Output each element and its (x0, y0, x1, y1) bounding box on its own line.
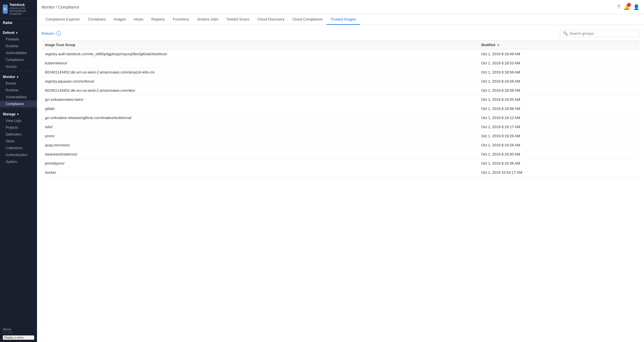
table-header: Image Trust Group Modified ⇅ (42, 41, 639, 50)
content-area: Relearn i 🔍 Image Trust Group Modified ⇅… (37, 25, 644, 342)
display-menu-label[interactable]: Display a menu (3, 335, 34, 340)
table-row[interactable]: kubernetesui/Oct 1, 2019 8:18:53 AM (42, 59, 639, 68)
user-icon[interactable]: 👤 (633, 4, 639, 10)
table-row[interactable]: gitlab/Oct 1, 2019 8:19:08 AM (42, 104, 639, 113)
sidebar-item-firewalls[interactable]: Firewalls (0, 36, 37, 43)
cell-group: 602401143452.dkr.ecr.us-west-2.amazonaws… (42, 86, 478, 95)
relearn-button[interactable]: Relearn (42, 31, 55, 36)
table-row[interactable]: istio/Oct 1, 2019 8:19:17 AM (42, 122, 639, 132)
notification-badge (627, 3, 631, 7)
sidebar-item-projects[interactable]: Projects (0, 124, 37, 131)
manage-label: Manage (3, 112, 16, 116)
notification-icon[interactable]: 🔔 (624, 4, 630, 10)
table-row[interactable]: prom/Oct 1, 2019 8:19:26 AM (42, 132, 639, 141)
nav-divider-1 (0, 27, 37, 27)
table-row[interactable]: weaveworksdemos/Oct 1, 2019 8:19:30 AM (42, 150, 639, 159)
cell-group: weaveworksdemos/ (42, 150, 478, 159)
search-box: 🔍 (560, 30, 639, 37)
sidebar-item-alerts[interactable]: Alerts (0, 138, 37, 145)
nav-monitor[interactable]: Monitor ▾ (0, 73, 37, 80)
tab-registry[interactable]: Registry (147, 14, 169, 25)
cell-modified: Oct 1, 2019 8:19:36 AM (478, 159, 639, 168)
tab-cloud-compliance[interactable]: Cloud Compliance (288, 14, 327, 25)
table-row[interactable]: registry-auth.twistlock.com/tw_x8l90pIlg… (42, 50, 639, 59)
monitor-label: Monitor (3, 75, 15, 79)
cell-modified: Oct 1, 2019 8:19:30 AM (478, 150, 639, 159)
nav-manage[interactable]: Manage ▾ (0, 110, 37, 117)
table-row[interactable]: jimmidyson/Oct 1, 2019 8:19:36 AM (42, 159, 639, 168)
sidebar-item-compliance-defend[interactable]: Compliance (0, 56, 37, 63)
cell-group: jimmidyson/ (42, 159, 478, 168)
cell-modified: Oct 1, 2019 8:19:12 AM (478, 113, 639, 122)
cell-group: 602401143452.dkr.ecr.us-west-2.amazonaws… (42, 68, 478, 77)
monitor-chevron-icon: ▾ (17, 75, 18, 79)
table-row[interactable]: gcr.io/kubernetes-helm/Oct 1, 2019 8:19:… (42, 95, 639, 104)
sidebar-item-view-logs[interactable]: View Logs (0, 117, 37, 124)
nav-radar[interactable]: Radar (0, 19, 37, 26)
cell-modified: Oct 1, 2019 8:19:17 AM (478, 122, 639, 132)
sidebar-item-collections[interactable]: Collections (0, 145, 37, 151)
sidebar-item-compliance-monitor[interactable]: Compliance (0, 101, 37, 107)
radar-label: Radar (3, 21, 13, 25)
sidebar-item-vulnerabilities-monitor[interactable]: Vulnerabilities (0, 94, 37, 101)
search-input[interactable] (569, 31, 636, 36)
help-icon[interactable]: ? (617, 4, 620, 10)
topbar-right: ? 🔔 👤 (617, 4, 639, 10)
sidebar-item-vulnerabilities-defend[interactable]: Vulnerabilities (0, 50, 37, 56)
relearn-info-icon[interactable]: i (56, 31, 61, 36)
cell-modified: Oct 1, 2019 8:19:26 AM (478, 132, 639, 141)
cell-group: istio/ (42, 122, 478, 132)
nav-defend-section: Defend ▾ Firewalls Runtime Vulnerabiliti… (0, 28, 37, 70)
table-row[interactable]: quay.io/coreos/Oct 1, 2019 8:19:28 AM (42, 141, 639, 150)
topbar: Monitor / Compliance ? 🔔 👤 (37, 0, 644, 14)
action-bar: Relearn i 🔍 (42, 30, 639, 37)
col-modified[interactable]: Modified ⇅ (478, 41, 639, 50)
cell-group: prom/ (42, 132, 478, 141)
nav-defend[interactable]: Defend ▾ (0, 28, 37, 36)
tab-hosts[interactable]: Hosts (130, 14, 147, 25)
sidebar-item-runtime-monitor[interactable]: Runtime (0, 87, 37, 94)
cell-group: registry-auth.twistlock.com/tw_x8l90pIlg… (42, 50, 478, 59)
cell-group: gitlab/ (42, 104, 478, 113)
tab-functions[interactable]: Functions (169, 14, 193, 25)
sidebar-bottom: About 17.358 Display a menu (0, 325, 37, 342)
sidebar-item-system[interactable]: System (0, 158, 37, 165)
cell-group: quay.io/coreos/ (42, 141, 478, 150)
cell-modified: Oct 1, 2019 8:18:58 AM (478, 86, 639, 95)
relearn-label: Relearn (42, 31, 55, 36)
sidebar-item-runtime-defend[interactable]: Runtime (0, 43, 37, 50)
table-row[interactable]: 602401143452.dkr.ecr.us-west-2.amazonaws… (42, 68, 639, 77)
nav-tabs: Compliance Explorer Containers Images Ho… (37, 14, 644, 25)
table-row[interactable]: 602401143452.dkr.ecr.us-west-2.amazonaws… (42, 86, 639, 95)
nav-manage-section: Manage ▾ View Logs Projects Defenders Al… (0, 110, 37, 165)
tab-containers[interactable]: Containers (84, 14, 110, 25)
cell-modified: Oct 1, 2019 8:18:56 AM (478, 68, 639, 77)
tab-jenkins-jobs[interactable]: Jenkins Jobs (193, 14, 222, 25)
cell-modified: Oct 1, 2019 8:18:49 AM (478, 50, 639, 59)
sidebar-item-events[interactable]: Events (0, 80, 37, 87)
sidebar-item-authentication[interactable]: Authentication (0, 151, 37, 158)
about-link[interactable]: About (3, 327, 34, 331)
sidebar-item-defenders[interactable]: Defenders (0, 131, 37, 138)
cell-modified: Oct 1, 2019 8:19:08 AM (478, 104, 639, 113)
manage-chevron-icon: ▾ (17, 113, 19, 116)
app-name: Twistlock (9, 3, 34, 7)
app-logo: TL (3, 5, 8, 14)
cell-group: docker (42, 168, 478, 177)
version-label: 17.358 (3, 331, 34, 334)
tab-compliance-explorer[interactable]: Compliance Explorer (42, 14, 84, 25)
table-header-row: Image Trust Group Modified ⇅ (42, 41, 639, 50)
cell-modified: Oct 1, 2019 10:54:17 AM (478, 168, 639, 177)
cell-group: registry.aquasec.com/enforcer (42, 77, 478, 86)
cell-modified: Oct 1, 2019 8:18:53 AM (478, 59, 639, 68)
sidebar-item-access[interactable]: Access (0, 63, 37, 70)
table-row[interactable]: gcr.io/knative-releases/github.com/knati… (42, 113, 639, 122)
tab-images[interactable]: Images (110, 14, 130, 25)
table-row[interactable]: dockerOct 1, 2019 10:54:17 AM (42, 168, 639, 177)
tab-twistcli-scans[interactable]: Twistcli Scans (222, 14, 254, 25)
tab-cloud-discovery[interactable]: Cloud Discovery (253, 14, 288, 25)
nav-monitor-section: Monitor ▾ Events Runtime Vulnerabilities… (0, 73, 37, 107)
table-row[interactable]: registry.aquasec.com/enforcerOct 1, 2019… (42, 77, 639, 86)
tab-trusted-images[interactable]: Trusted Images (327, 14, 360, 25)
nav-radar-section: Radar (0, 19, 37, 26)
